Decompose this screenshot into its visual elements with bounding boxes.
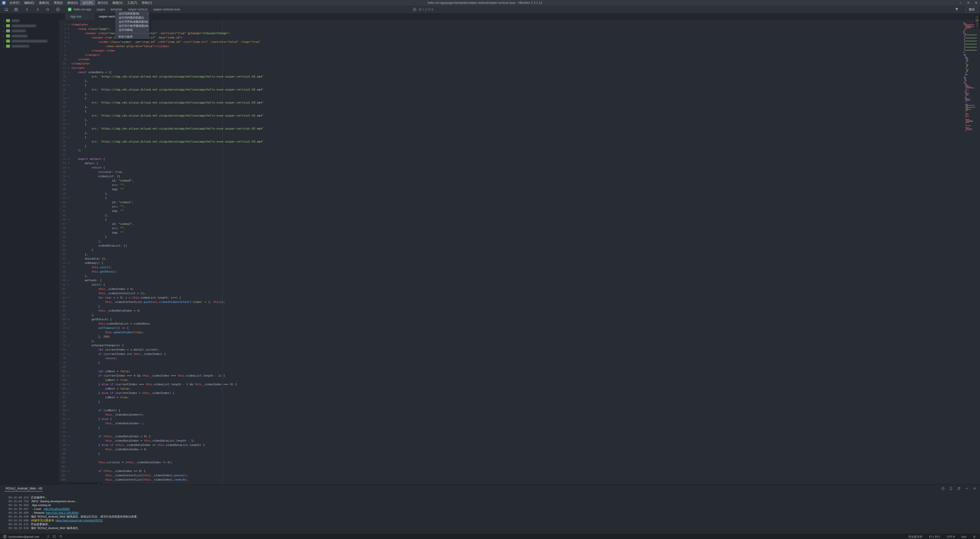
code-line[interactable]: 41⊟ { (59, 196, 980, 200)
code-line[interactable]: 16 src: 'https://img.cdn.aliyun.dcloud.n… (59, 87, 980, 92)
forward-icon[interactable] (35, 7, 40, 11)
menu-item[interactable]: 文件(F) (7, 0, 22, 6)
fold-icon[interactable]: ⊟ (66, 31, 71, 35)
tree-item[interactable]: › (0, 23, 59, 28)
code-editor[interactable]: 1⊟<template>2⊟ <view class="page">3⊟ <sw… (59, 20, 980, 484)
code-line[interactable]: 37 id: "video0", (59, 179, 980, 183)
code-line[interactable]: 45 }, (59, 213, 980, 217)
code-line[interactable]: 28 src: 'https://img.cdn.aliyun.dcloud.n… (59, 140, 980, 144)
code-line[interactable]: 26 }, (59, 131, 980, 135)
code-line[interactable]: 10</template> (59, 62, 980, 66)
code-line[interactable]: 81 let isNext = false; (59, 369, 980, 374)
fold-icon[interactable]: ⊟ (66, 22, 71, 27)
code-line[interactable]: 22 src: 'https://img.cdn.aliyun.dcloud.n… (59, 113, 980, 118)
fold-icon[interactable]: ⊟ (66, 374, 71, 378)
chevron-right-icon[interactable]: › (3, 35, 6, 38)
fold-icon[interactable]: ⊟ (66, 391, 71, 395)
code-line[interactable]: 38 src: "", (59, 183, 980, 187)
fold-icon[interactable]: ⊟ (66, 261, 71, 265)
code-line[interactable]: 56⊟ onReady() { (59, 261, 980, 265)
menu-item[interactable]: 编辑(E) (22, 0, 37, 6)
code-line[interactable]: 19 src: 'https://img.cdn.aliyun.dcloud.n… (59, 100, 980, 105)
code-line[interactable]: 63 this._videoContextList = []; (59, 291, 980, 295)
code-line[interactable]: 53 } (59, 248, 980, 252)
code-line[interactable]: 1⊟<template> (59, 22, 980, 27)
close-icon[interactable]: ✕ (975, 1, 977, 5)
breadcrumb-item[interactable]: template (110, 8, 122, 11)
code-line[interactable]: 15⊟ { (59, 83, 980, 87)
fold-icon[interactable]: ⊟ (66, 443, 71, 447)
code-line[interactable]: 93 this._videoDataIndex--; (59, 421, 980, 426)
code-line[interactable]: 27⊟ { (59, 135, 980, 140)
code-line[interactable]: 2⊟ <view class="page"> (59, 27, 980, 31)
code-line[interactable]: 105 this._videoContextList[this._videoIn… (59, 473, 980, 477)
preview-button[interactable]: 预览 (966, 6, 978, 13)
tree-item[interactable]: › (0, 44, 59, 49)
code-line[interactable]: 35 circular: true, (59, 170, 980, 174)
code-line[interactable]: 65 this._videoContextList.push(uni.creat… (59, 300, 980, 304)
code-line[interactable]: 104⊟ if (this._videoIndex >= 0) { (59, 469, 980, 473)
horizontal-scrollbar[interactable] (59, 482, 102, 484)
code-line[interactable]: 47 id: "video2", (59, 222, 980, 226)
breadcrumb-item[interactable]: swiper-vertical.nvue (153, 8, 180, 11)
maximize-icon[interactable]: ❐ (967, 2, 969, 4)
code-line[interactable]: 69⊟ getData(e) { (59, 317, 980, 322)
search-input[interactable] (418, 7, 511, 11)
code-line[interactable]: 25 src: 'https://img.cdn.aliyun.dcloud.n… (59, 127, 980, 131)
code-line[interactable]: 92⊟ } else { (59, 417, 980, 421)
run-menu-item[interactable]: 运行到内置浏览器(I) (115, 16, 149, 20)
code-line[interactable]: 107 } (59, 482, 980, 484)
log-link[interactable]: https://ask.dcloud.net.cn/article/35232 (56, 518, 103, 522)
code-line[interactable]: 58 this.getData(); (59, 270, 980, 274)
code-line[interactable]: 21⊟ { (59, 109, 980, 113)
code-line[interactable]: 80 (59, 365, 980, 369)
fold-icon[interactable]: ⊟ (66, 326, 71, 330)
code-line[interactable]: 76 let currentIndex = e.detail.current; (59, 347, 980, 352)
fold-icon[interactable]: ⊟ (66, 122, 71, 127)
code-line[interactable]: 95 (59, 430, 980, 434)
code-line[interactable]: 14 }, (59, 79, 980, 83)
code-line[interactable]: 49 img: "" (59, 230, 980, 235)
fold-icon[interactable]: ⊟ (66, 35, 71, 40)
fold-icon[interactable]: ⊟ (66, 40, 71, 44)
code-line[interactable]: 101 (59, 456, 980, 460)
fold-icon[interactable]: ⊟ (66, 83, 71, 87)
menu-item[interactable]: 帮助(Y) (140, 0, 154, 6)
fold-icon[interactable]: ⊟ (66, 157, 71, 161)
code-line[interactable]: 90⊟ if (isNext) { (59, 408, 980, 412)
code-line[interactable]: 70 this.videoDataList = videoData; (59, 322, 980, 326)
code-line[interactable]: 8 </swiper> (59, 53, 980, 57)
code-line[interactable]: 43 src: "", (59, 205, 980, 209)
chevron-right-icon[interactable]: › (3, 40, 6, 43)
fold-icon[interactable]: ⊟ (66, 417, 71, 421)
menu-item[interactable]: 查找(I) (51, 0, 65, 6)
fold-icon[interactable]: ⊟ (66, 295, 71, 300)
code-line[interactable]: 44 img: "" (59, 209, 980, 213)
fold-icon[interactable]: ⊟ (66, 174, 71, 179)
syntax-lib-label[interactable]: 语法提示库 (908, 535, 922, 539)
code-line[interactable]: 100 } (59, 452, 980, 456)
code-line[interactable]: 96⊟ if (this._videoDataIndex < 0) { (59, 434, 980, 439)
code-line[interactable]: 30 ]; (59, 148, 980, 152)
code-line[interactable]: 73 }, 200) (59, 334, 980, 339)
code-line[interactable]: 62 this._videoIndex = 0; (59, 287, 980, 291)
fold-icon[interactable]: ⊟ (66, 382, 71, 387)
code-line[interactable]: 99 this._videoDataIndex = 0; (59, 447, 980, 452)
code-line[interactable]: 36⊟ videoList: [{ (59, 174, 980, 179)
code-line[interactable]: 32⊟ export default { (59, 157, 980, 161)
fold-icon[interactable]: ⊟ (66, 196, 71, 200)
code-line[interactable]: 83 isNext = true; (59, 378, 980, 382)
code-line[interactable]: 75⊟ onSwiperChange(e) { (59, 343, 980, 347)
close-panel-icon[interactable] (973, 487, 977, 491)
account-email[interactable]: luoshuaidev@gmail.com (9, 535, 39, 538)
menu-item[interactable]: 运行(R) (80, 0, 95, 6)
chevron-right-icon[interactable]: › (3, 29, 6, 32)
encoding-label[interactable]: UTF-8 (947, 535, 955, 538)
fold-icon[interactable]: ⊟ (66, 317, 71, 322)
tree-item[interactable]: › (0, 33, 59, 38)
code-line[interactable]: 12⊟ const videoData = [{ (59, 70, 980, 75)
code-line[interactable]: 85 isNext = false; (59, 387, 980, 391)
code-line[interactable]: 55 onLoad(e) {}, (59, 257, 980, 261)
avatar[interactable] (3, 535, 6, 539)
code-line[interactable]: 48 src: "", (59, 226, 980, 230)
